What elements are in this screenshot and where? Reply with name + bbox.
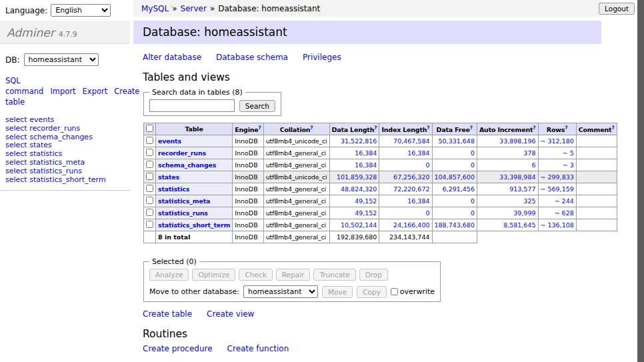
table-name-link[interactable]: states — [158, 173, 179, 181]
auto-increment-link[interactable]: 8,581,645 — [503, 221, 535, 229]
select-all-checkbox[interactable] — [146, 125, 153, 132]
db-nav-link[interactable]: Alter database — [143, 53, 201, 62]
data-free-link[interactable]: 6,291,456 — [443, 185, 475, 193]
selected-action-repair-button[interactable]: Repair — [276, 269, 311, 281]
table-name-link[interactable]: statistics — [158, 185, 189, 193]
table-name-link[interactable]: events — [158, 137, 181, 145]
selected-action-truncate-button[interactable]: Truncate — [313, 269, 355, 281]
auto-increment-link[interactable]: 39,999 — [513, 209, 535, 217]
index-length-link[interactable]: 0 — [425, 161, 429, 169]
rows-link[interactable]: ~ 136,108 — [541, 221, 574, 229]
rows-link[interactable]: ~ 569,159 — [541, 185, 574, 193]
selected-action-analyze-button[interactable]: Analyze — [149, 269, 189, 281]
selected-action-drop-button[interactable]: Drop — [359, 269, 388, 281]
db-nav-link[interactable]: Privileges — [303, 53, 341, 62]
sidebar-table-link[interactable]: select events — [5, 116, 125, 125]
sidebar-action-link[interactable]: Import — [50, 87, 75, 96]
rows-link[interactable]: ~ 3 — [563, 161, 574, 169]
table-name-link[interactable]: recorder_runs — [158, 149, 206, 157]
rows-link[interactable]: ~ 628 — [555, 209, 574, 217]
search-input[interactable] — [149, 99, 235, 112]
data-free-link[interactable]: 104,857,600 — [435, 173, 475, 181]
data-free-link[interactable]: 0 — [471, 149, 475, 157]
data-length-link[interactable]: 48,824,320 — [341, 185, 377, 193]
help-link[interactable]: ? — [470, 125, 473, 131]
data-free-link[interactable]: 0 — [471, 209, 475, 217]
create-procedure-link[interactable]: Create procedure — [143, 344, 213, 353]
index-length-link[interactable]: 24,166,400 — [393, 221, 429, 229]
help-link[interactable]: ? — [374, 125, 377, 131]
sidebar-table-link[interactable]: select statistics_runs — [5, 167, 125, 176]
overwrite-checkbox[interactable] — [391, 288, 398, 295]
rows-link[interactable]: ~ 312,180 — [541, 137, 574, 145]
data-length-link[interactable]: 10,502,144 — [341, 221, 377, 229]
auto-increment-link[interactable]: 33,398,984 — [499, 173, 535, 181]
auto-increment-link[interactable]: 6 — [531, 161, 535, 169]
help-link[interactable]: ? — [565, 125, 567, 131]
logout-button[interactable]: Logout — [599, 3, 635, 15]
index-length-link[interactable]: 0 — [425, 209, 429, 217]
search-button[interactable]: Search — [239, 100, 275, 112]
create-table-link[interactable]: Create table — [143, 309, 192, 319]
row-checkbox[interactable] — [146, 161, 153, 168]
sidebar-table-link[interactable]: select statistics_short_term — [5, 176, 125, 185]
create-function-link[interactable]: Create function — [227, 344, 289, 353]
sidebar-action-link[interactable]: Export — [83, 87, 108, 96]
db-nav-link[interactable]: Database schema — [216, 53, 288, 62]
row-checkbox[interactable] — [146, 137, 153, 144]
copy-button[interactable]: Copy — [357, 286, 387, 298]
data-length-link[interactable]: 16,384 — [355, 149, 377, 157]
db-select[interactable]: homeassistant — [24, 53, 99, 66]
language-select[interactable]: English — [51, 4, 111, 17]
breadcrumb-link-mysql[interactable]: MySQL — [141, 4, 169, 13]
help-link[interactable]: ? — [310, 125, 313, 131]
table-name-link[interactable]: statistics_short_term — [158, 221, 230, 229]
table-name-link[interactable]: statistics_runs — [158, 209, 208, 217]
data-length-link[interactable]: 16,384 — [355, 161, 377, 169]
help-link[interactable]: ? — [611, 125, 614, 131]
auto-increment-link[interactable]: 913,577 — [509, 185, 535, 193]
move-button[interactable]: Move — [322, 286, 353, 298]
index-length-link[interactable]: 70,467,584 — [393, 137, 429, 145]
sidebar-action-link[interactable]: SQL command — [5, 76, 43, 96]
index-length-link[interactable]: 16,384 — [407, 149, 429, 157]
selected-action-optimize-button[interactable]: Optimize — [192, 269, 235, 281]
sidebar-table-link[interactable]: select recorder_runs — [5, 125, 125, 133]
rows-link[interactable]: ~ 299,833 — [541, 173, 574, 181]
help-link[interactable]: ? — [533, 125, 535, 131]
create-view-link[interactable]: Create view — [207, 309, 254, 319]
data-length-link[interactable]: 49,152 — [355, 197, 377, 205]
row-checkbox[interactable] — [146, 173, 153, 180]
rows-link[interactable]: ~ 5 — [563, 149, 574, 157]
selected-action-check-button[interactable]: Check — [239, 269, 272, 281]
row-checkbox[interactable] — [146, 149, 153, 156]
auto-increment-link[interactable]: 33,898,196 — [499, 137, 535, 145]
index-length-link[interactable]: 16,384 — [407, 197, 429, 205]
app-name-link[interactable]: Adminer — [7, 26, 55, 39]
data-free-link[interactable]: 188,743,680 — [435, 221, 475, 229]
index-length-link[interactable]: 67,256,320 — [393, 173, 429, 181]
scrollbar[interactable] — [637, 0, 644, 362]
auto-increment-link[interactable]: 378 — [523, 149, 535, 157]
table-name-link[interactable]: schema_changes — [158, 161, 216, 169]
sidebar-table-link[interactable]: select statistics_meta — [5, 159, 125, 167]
index-length-link[interactable]: 72,220,672 — [393, 185, 429, 193]
move-db-select[interactable]: homeassistant — [243, 285, 318, 298]
auto-increment-link[interactable]: 325 — [523, 197, 535, 205]
row-checkbox[interactable] — [146, 209, 153, 216]
table-name-link[interactable]: statistics_meta — [158, 197, 210, 205]
help-link[interactable]: ? — [427, 125, 429, 131]
data-length-link[interactable]: 31,522,816 — [341, 137, 377, 145]
help-link[interactable]: ? — [259, 125, 261, 131]
data-length-link[interactable]: 101,859,328 — [337, 173, 377, 181]
data-free-link[interactable]: 0 — [471, 161, 475, 169]
scrollbar-thumb[interactable] — [637, 0, 644, 362]
breadcrumb-link-server[interactable]: Server — [181, 4, 207, 13]
data-free-link[interactable]: 50,331,648 — [439, 137, 475, 145]
data-length-link[interactable]: 49,152 — [355, 209, 377, 217]
row-checkbox[interactable] — [146, 185, 153, 192]
row-checkbox[interactable] — [146, 221, 153, 228]
row-checkbox[interactable] — [146, 197, 153, 204]
rows-link[interactable]: ~ 244 — [555, 197, 574, 205]
data-free-link[interactable]: 0 — [471, 197, 475, 205]
